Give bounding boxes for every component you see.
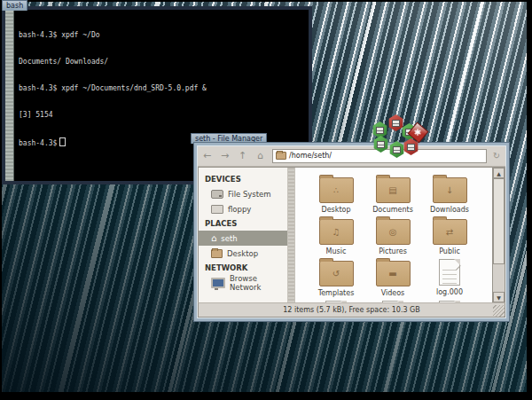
sidebar-item-label: Desktop: [227, 249, 258, 258]
reload-button[interactable]: ↻: [489, 149, 504, 163]
folder-icon: ∴: [319, 177, 354, 203]
path-folder-icon: [276, 152, 286, 160]
public-emblem-icon: ⇄: [446, 228, 453, 237]
harddrive-icon: [211, 190, 223, 199]
file-manager-body: DEVICES File System floppy PLACES ⌂ seth…: [198, 167, 505, 302]
scrollbar-thumb[interactable]: [493, 178, 505, 264]
folder-icon: ⇄: [433, 219, 467, 245]
file-name: Documents: [372, 206, 413, 214]
scroll-up-icon: ▲: [497, 170, 501, 176]
file-item-downloads[interactable]: ↓ Downloads: [421, 174, 478, 216]
green-hex-die-icon[interactable]: [373, 136, 388, 153]
file-item-music[interactable]: ♫ Music: [308, 216, 364, 257]
file-item-pictures[interactable]: ◎ Pictures: [364, 216, 421, 257]
sidebar-item-label: Browse Network: [230, 274, 287, 292]
folder-icon: ◎: [376, 219, 411, 245]
reload-icon: ↻: [493, 151, 500, 161]
terminal-titlebar[interactable]: bash: [2, 0, 27, 11]
red-hex-die-icon[interactable]: [388, 114, 403, 131]
sidebar-item-browse-network[interactable]: Browse Network: [199, 275, 287, 290]
forward-button[interactable]: →: [217, 149, 232, 163]
file-grid: ∴ Desktop ▤ Documents ↓ Downloads ♫ Musi…: [308, 174, 478, 302]
scroll-down-button[interactable]: ▼: [493, 292, 505, 302]
terminal-title: bash: [6, 2, 23, 10]
sidebar-item-desktop[interactable]: Desktop: [199, 246, 287, 261]
sidebar-item-floppy[interactable]: floppy: [199, 201, 287, 216]
die-face: [376, 127, 384, 134]
terminal-scrollbar[interactable]: [5, 10, 14, 181]
file-name: Pictures: [379, 247, 407, 255]
file-manager-toolbar: ← → ↑ ⌂ /home/seth/ ↻: [198, 146, 505, 167]
sidebar: DEVICES File System floppy PLACES ⌂ seth…: [199, 168, 288, 302]
pictures-emblem-icon: ◎: [389, 228, 397, 237]
sidebar-item-label: seth: [221, 234, 237, 243]
die-face: [393, 146, 401, 153]
folder-icon: ♫: [319, 219, 354, 245]
resize-grip[interactable]: [493, 305, 505, 317]
folder-icon: ▬: [376, 261, 411, 286]
terminal-line: bash-4.3$ xpdf ~/Documents/dnd_SRD-5.0.p…: [19, 84, 309, 93]
scrollbar-track[interactable]: [493, 178, 505, 292]
scroll-up-button[interactable]: ▲: [493, 168, 505, 178]
file-item-public[interactable]: ⇄ Public: [421, 216, 478, 257]
floppy-icon: [211, 205, 223, 214]
file-name: Downloads: [430, 206, 469, 214]
back-icon: ←: [203, 150, 211, 161]
file-list-area[interactable]: ∴ Desktop ▤ Documents ↓ Downloads ♫ Musi…: [295, 168, 492, 302]
network-icon: [211, 278, 225, 288]
desktop-emblem-icon: ∴: [333, 186, 339, 195]
diamond-glyph: ✱: [414, 128, 421, 137]
green-hex-die-icon[interactable]: [372, 122, 387, 138]
up-button[interactable]: ↑: [235, 149, 250, 163]
die-face: [377, 141, 385, 148]
vertical-scrollbar[interactable]: ▲ ▼: [492, 168, 505, 302]
home-icon: ⌂: [257, 150, 263, 161]
folder-icon: [211, 249, 223, 258]
terminal-line: [3] 5154: [19, 111, 309, 120]
home-button[interactable]: ⌂: [253, 149, 268, 163]
templates-emblem-icon: ↺: [332, 270, 340, 278]
file-item-documents[interactable]: ▤ Documents: [364, 174, 421, 216]
path-text: /home/seth/: [289, 152, 332, 160]
folder-icon: ↺: [319, 261, 354, 286]
file-icon: [439, 259, 460, 286]
status-text: 12 items (5.7 kB), Free space: 10.3 GB: [283, 306, 420, 314]
file-name: Desktop: [322, 206, 351, 214]
sidebar-header-places: PLACES: [199, 216, 287, 231]
sidebar-header-devices: DEVICES: [199, 172, 287, 186]
file-item-desktop[interactable]: ∴ Desktop: [308, 174, 364, 216]
sidebar-item-label: File System: [228, 190, 271, 199]
downloads-emblem-icon: ↓: [446, 186, 453, 195]
die-face: [392, 120, 400, 127]
file-name: log.000: [436, 288, 463, 296]
terminal-cursor: [59, 137, 66, 146]
file-name: Music: [326, 247, 347, 255]
file-name: Public: [439, 247, 460, 255]
file-item-videos[interactable]: ▬ Videos: [364, 257, 421, 299]
sidebar-item-seth[interactable]: ⌂ seth: [199, 231, 287, 246]
terminal-line: bash-4.3$ xpdf ~/Do: [19, 31, 309, 40]
sidebar-item-file-system[interactable]: File System: [199, 186, 287, 201]
home-icon: ⌂: [211, 234, 216, 243]
folder-icon: ↓: [433, 177, 467, 203]
folder-icon: ▤: [376, 177, 411, 203]
file-name: Templates: [318, 289, 355, 297]
terminal-line: Documents/ Downloads/: [19, 58, 309, 67]
status-bar: 12 items (5.7 kB), Free space: 10.3 GB: [198, 302, 505, 318]
file-item-log000[interactable]: log.000: [421, 257, 478, 299]
sidebar-item-label: floppy: [228, 205, 251, 214]
forward-icon: →: [221, 150, 229, 161]
file-name: Videos: [381, 289, 405, 297]
scroll-down-icon: ▼: [497, 294, 501, 301]
videos-emblem-icon: ▬: [388, 270, 396, 278]
documents-emblem-icon: ▤: [388, 186, 396, 195]
file-item-templates[interactable]: ↺ Templates: [308, 257, 364, 299]
green-hex-die-icon[interactable]: [389, 141, 404, 158]
back-button[interactable]: ←: [200, 149, 215, 163]
die-face: [407, 144, 415, 151]
sidebar-scrollbar[interactable]: [288, 168, 295, 302]
desktop: { "colors": { "hex_green": "#3f9e42", "h…: [0, 0, 532, 400]
terminal-prompt: bash-4.3$: [19, 139, 57, 147]
up-icon: ↑: [239, 150, 246, 161]
file-manager-window: ← → ↑ ⌂ /home/seth/ ↻ DEVICES File Syste…: [193, 142, 510, 322]
